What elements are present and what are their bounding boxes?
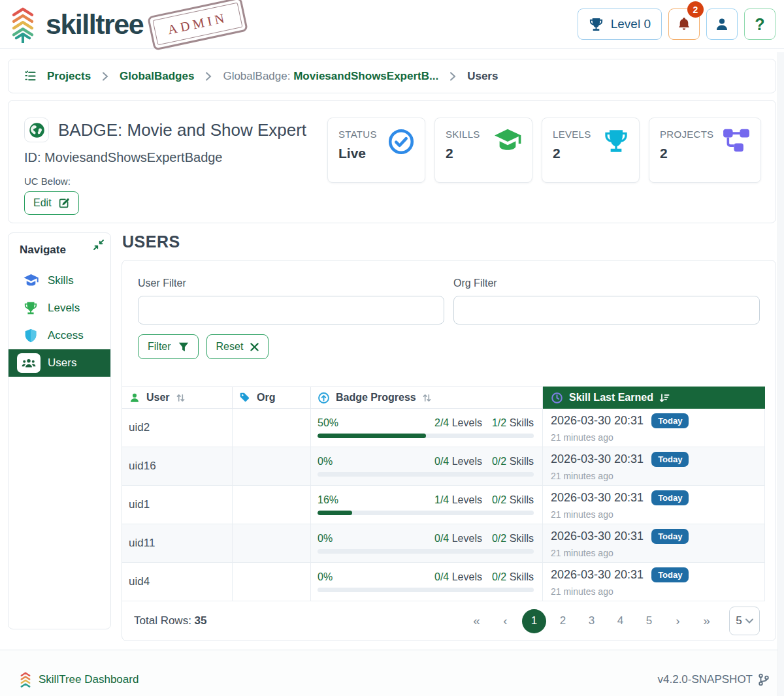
skill-last-earned-cell: 2026-03-30 20:31 Today 21 minutes ago [543, 486, 765, 524]
page-button-3[interactable]: 3 [580, 609, 604, 633]
filter-button[interactable]: Filter [138, 334, 199, 359]
user-id: uid16 [129, 460, 225, 473]
org-cell [233, 486, 311, 524]
sidebar-item-access[interactable]: Access [8, 322, 110, 349]
skill-last-earned-cell: 2026-03-30 20:31 Today 21 minutes ago [543, 524, 765, 563]
sidebar-item-levels[interactable]: Levels [8, 294, 110, 322]
sort-icon [176, 393, 186, 403]
header-actions: Level 0 2 ? [578, 8, 776, 40]
breadcrumb-badge[interactable]: GlobalBadge: MoviesandShowsExpertB... [223, 70, 438, 83]
badge-progress-cell: 16% 1/4 Levels 0/2 Skills [311, 486, 543, 524]
funnel-icon [178, 342, 189, 352]
relative-time: 21 minutes ago [551, 586, 758, 597]
today-badge: Today [651, 452, 689, 467]
breadcrumb-current: Users [467, 70, 498, 83]
breadcrumb-badge-name: MoviesandShowsExpertB... [293, 70, 438, 82]
users-panel: User Filter Org Filter Filter [122, 260, 776, 641]
stat-card-projects: PROJECTS 2 [649, 118, 761, 183]
edit-label: Edit [33, 197, 52, 209]
column-header-skill-last-earned[interactable]: Skill Last Earned [543, 387, 765, 409]
user-id: uid4 [129, 575, 225, 588]
table-row: uid1 16% 1/4 Levels 0/2 Skills [122, 486, 765, 524]
edit-button[interactable]: Edit [24, 191, 79, 215]
last-earned-date: 2026-03-30 20:31 [551, 530, 644, 543]
footer-brand[interactable]: SkillTree Dashboard [20, 672, 139, 688]
first-page-button[interactable]: « [465, 609, 489, 633]
total-rows: Total Rows: 35 [134, 614, 207, 627]
chevron-right-icon [204, 72, 212, 81]
table-header-row: User Org [122, 387, 765, 409]
navigate-sidebar: Navigate Skills Levels [8, 232, 111, 629]
breadcrumb-globalbadges[interactable]: GlobalBadges [120, 70, 194, 83]
page-button-5[interactable]: 5 [637, 609, 661, 633]
badge-progress-cell: 50% 2/4 Levels 1/2 Skills [311, 409, 543, 447]
next-page-button[interactable]: › [666, 609, 690, 633]
progress-percent: 0% [318, 456, 333, 467]
page-title: USERS [122, 232, 776, 251]
clock-icon [551, 392, 563, 404]
sidebar-item-skills[interactable]: Skills [8, 267, 110, 294]
progress-bar [318, 472, 534, 477]
org-filter-input[interactable] [453, 296, 760, 324]
progress-bar [318, 434, 534, 438]
page-button-2[interactable]: 2 [551, 609, 575, 633]
globe-icon [24, 118, 49, 142]
today-badge: Today [651, 567, 689, 582]
user-id: uid1 [129, 498, 225, 511]
table-row: uid4 0% 0/4 Levels 0/2 Skills [122, 563, 765, 601]
trophy-icon [603, 128, 629, 154]
notification-count-badge: 2 [687, 1, 704, 18]
list-icon [24, 70, 37, 82]
page-button-4[interactable]: 4 [608, 609, 632, 633]
per-page-select[interactable]: 5 [729, 607, 760, 635]
page-scrollbar[interactable] [777, 52, 784, 696]
sort-desc-icon [659, 393, 670, 403]
org-filter-label: Org Filter [453, 277, 760, 289]
stat-card-status: STATUS Live [327, 118, 425, 183]
progress-percent: 50% [318, 417, 338, 429]
users-icon [17, 353, 41, 373]
prev-page-button[interactable]: ‹ [493, 609, 517, 633]
column-header-user[interactable]: User [122, 387, 233, 409]
version-label: v4.2.0-SNAPSHOT [658, 673, 753, 686]
reset-button[interactable]: Reset [206, 334, 269, 359]
last-earned-date: 2026-03-30 20:31 [551, 452, 644, 466]
skills-fraction: 0/2 Skills [492, 571, 534, 583]
progress-bar [318, 549, 534, 554]
skill-last-earned-cell: 2026-03-30 20:31 Today 21 minutes ago [543, 563, 765, 601]
collapse-icon[interactable] [93, 240, 104, 250]
org-cell [233, 563, 311, 601]
help-icon: ? [755, 15, 764, 34]
pagination: Total Rows: 35 « ‹ 1 2 3 4 5 › » 5 [122, 601, 776, 641]
filter-button-label: Filter [148, 341, 171, 353]
check-circle-icon [387, 128, 415, 155]
stat-card-skills: SKILLS 2 [434, 118, 532, 183]
tag-icon [239, 392, 251, 403]
trophy-icon [589, 17, 604, 32]
sidebar-item-users[interactable]: Users [8, 349, 110, 377]
progress-percent: 0% [318, 533, 333, 545]
page-button-1[interactable]: 1 [522, 609, 546, 633]
brand[interactable]: skilltree ADMIN [9, 1, 246, 47]
chevron-down-icon [745, 618, 753, 624]
arrow-circle-up-icon [318, 392, 330, 404]
sort-icon [422, 393, 432, 403]
last-page-button[interactable]: » [694, 609, 719, 633]
user-settings-button[interactable] [706, 8, 738, 40]
breadcrumb-projects[interactable]: Projects [47, 70, 91, 83]
today-badge: Today [651, 529, 689, 544]
edit-pencil-icon [58, 197, 70, 209]
level-button[interactable]: Level 0 [578, 8, 662, 40]
badge-progress-cell: 0% 0/4 Levels 0/2 Skills [311, 563, 543, 601]
help-button[interactable]: ? [744, 8, 776, 40]
column-label: Badge Progress [336, 392, 416, 403]
relative-time: 21 minutes ago [551, 471, 758, 481]
user-filter-input[interactable] [138, 296, 444, 324]
skills-fraction: 0/2 Skills [492, 494, 534, 506]
today-badge: Today [651, 413, 689, 428]
relative-time: 21 minutes ago [551, 548, 758, 558]
skills-fraction: 1/2 Skills [492, 417, 534, 429]
column-header-badge-progress[interactable]: Badge Progress [311, 387, 543, 409]
notifications-button[interactable]: 2 [668, 8, 700, 40]
total-rows-value: 35 [195, 614, 207, 627]
